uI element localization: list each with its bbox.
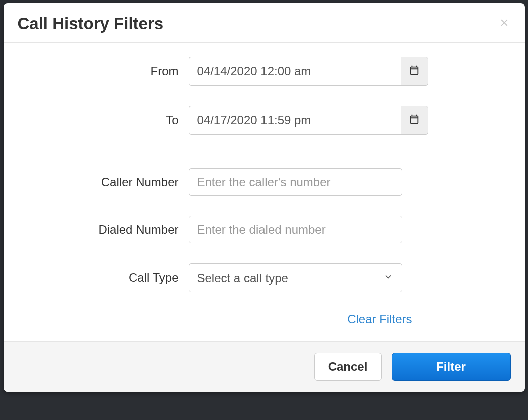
- to-date-input[interactable]: [189, 106, 401, 135]
- form-row-from: From: [19, 57, 510, 86]
- modal-header: Call History Filters: [4, 3, 525, 43]
- form-row-caller-number: Caller Number: [19, 168, 510, 196]
- modal-body: From To: [4, 43, 525, 341]
- form-row-call-type: Call Type Select a call type: [19, 263, 510, 292]
- calendar-icon: [409, 114, 420, 127]
- close-button[interactable]: [497, 16, 512, 31]
- clear-filters-link[interactable]: Clear Filters: [199, 312, 412, 326]
- caller-number-input[interactable]: [189, 168, 402, 196]
- modal-title: Call History Filters: [18, 14, 511, 33]
- from-label: From: [151, 64, 179, 78]
- caller-number-label: Caller Number: [101, 175, 179, 189]
- close-icon: [499, 17, 510, 30]
- calendar-icon: [409, 65, 420, 78]
- from-date-picker-button[interactable]: [401, 57, 428, 86]
- dialed-number-label: Dialed Number: [98, 223, 178, 236]
- form-row-dialed-number: Dialed Number: [19, 216, 510, 243]
- form-row-to: To: [19, 106, 510, 135]
- call-history-filters-modal: Call History Filters From: [4, 3, 525, 392]
- to-date-picker-button[interactable]: [401, 106, 428, 135]
- from-input-group: [189, 57, 428, 86]
- call-type-select-wrapper: Select a call type: [189, 263, 402, 292]
- modal-footer: Cancel Filter: [4, 341, 525, 392]
- to-input-group: [189, 106, 428, 135]
- filter-button[interactable]: Filter: [392, 353, 511, 381]
- call-type-label: Call Type: [129, 271, 179, 284]
- from-date-input[interactable]: [189, 57, 401, 86]
- clear-filters-row: Clear Filters: [19, 312, 423, 326]
- section-divider: [19, 155, 510, 155]
- call-type-select[interactable]: Select a call type: [189, 263, 402, 292]
- dialed-number-input[interactable]: [189, 216, 402, 243]
- cancel-button[interactable]: Cancel: [314, 353, 382, 381]
- to-label: To: [166, 113, 178, 127]
